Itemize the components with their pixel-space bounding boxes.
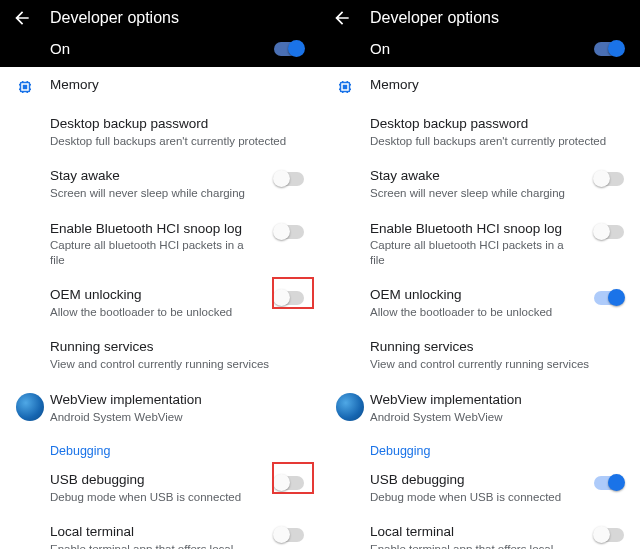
bt-snoop-toggle[interactable] [594, 225, 624, 239]
item-memory[interactable]: Memory [0, 67, 320, 106]
bt-snoop-title: Enable Bluetooth HCI snoop log [50, 221, 260, 238]
running-sub: View and control currently running servi… [370, 357, 624, 371]
master-state-label: On [50, 40, 70, 57]
section-debugging: Debugging [0, 434, 320, 462]
item-stay-awake[interactable]: Stay awake Screen will never sleep while… [0, 158, 320, 210]
bt-snoop-sub: Capture all bluetooth HCI packets in a f… [50, 238, 260, 267]
usb-sub: Debug mode when USB is connected [370, 490, 580, 504]
panel-0: Developer options On Memory Desktop back… [0, 0, 320, 549]
terminal-sub: Enable terminal app that offers local sh… [370, 542, 580, 549]
settings-list: Memory Desktop backup password Desktop f… [320, 67, 640, 549]
memory-title: Memory [370, 77, 624, 94]
svg-rect-1 [23, 85, 28, 90]
oem-sub: Allow the bootloader to be unlocked [370, 305, 580, 319]
oem-sub: Allow the bootloader to be unlocked [50, 305, 260, 319]
stay-awake-toggle[interactable] [594, 172, 624, 186]
oem-toggle[interactable] [594, 291, 624, 305]
running-title: Running services [50, 339, 304, 356]
item-oem-unlocking[interactable]: OEM unlocking Allow the bootloader to be… [0, 277, 320, 329]
stay-awake-title: Stay awake [370, 168, 580, 185]
master-toggle[interactable] [274, 42, 304, 56]
webview-icon [16, 392, 50, 421]
item-running-services[interactable]: Running services View and control curren… [0, 329, 320, 381]
webview-title: WebView implementation [370, 392, 624, 409]
back-icon[interactable] [12, 8, 32, 28]
usb-toggle[interactable] [594, 476, 624, 490]
stay-awake-sub: Screen will never sleep while charging [370, 186, 580, 200]
page-title: Developer options [370, 9, 499, 27]
backup-title: Desktop backup password [50, 116, 304, 133]
memory-icon [336, 77, 370, 96]
stay-awake-toggle[interactable] [274, 172, 304, 186]
master-toggle[interactable] [594, 42, 624, 56]
header: Developer options On [0, 0, 320, 67]
item-usb-debugging[interactable]: USB debugging Debug mode when USB is con… [0, 462, 320, 514]
item-memory[interactable]: Memory [320, 67, 640, 106]
item-backup-password[interactable]: Desktop backup password Desktop full bac… [0, 106, 320, 158]
terminal-title: Local terminal [50, 524, 260, 541]
backup-sub: Desktop full backups aren't currently pr… [50, 134, 304, 148]
usb-title: USB debugging [370, 472, 580, 489]
backup-title: Desktop backup password [370, 116, 624, 133]
backup-sub: Desktop full backups aren't currently pr… [370, 134, 624, 148]
page-title: Developer options [50, 9, 179, 27]
usb-toggle[interactable] [274, 476, 304, 490]
panel-1: Developer options On Memory Desktop back… [320, 0, 640, 549]
settings-list: Memory Desktop backup password Desktop f… [0, 67, 320, 549]
terminal-toggle[interactable] [594, 528, 624, 542]
bt-snoop-title: Enable Bluetooth HCI snoop log [370, 221, 580, 238]
item-bt-snoop[interactable]: Enable Bluetooth HCI snoop log Capture a… [0, 211, 320, 278]
terminal-title: Local terminal [370, 524, 580, 541]
item-oem-unlocking[interactable]: OEM unlocking Allow the bootloader to be… [320, 277, 640, 329]
bt-snoop-toggle[interactable] [274, 225, 304, 239]
item-backup-password[interactable]: Desktop backup password Desktop full bac… [320, 106, 640, 158]
item-stay-awake[interactable]: Stay awake Screen will never sleep while… [320, 158, 640, 210]
webview-title: WebView implementation [50, 392, 304, 409]
oem-toggle[interactable] [274, 291, 304, 305]
oem-title: OEM unlocking [50, 287, 260, 304]
usb-title: USB debugging [50, 472, 260, 489]
svg-rect-11 [343, 85, 348, 90]
usb-sub: Debug mode when USB is connected [50, 490, 260, 504]
terminal-toggle[interactable] [274, 528, 304, 542]
terminal-sub: Enable terminal app that offers local sh… [50, 542, 260, 549]
item-webview[interactable]: WebView implementation Android System We… [320, 382, 640, 434]
master-state-label: On [370, 40, 390, 57]
item-webview[interactable]: WebView implementation Android System We… [0, 382, 320, 434]
item-usb-debugging[interactable]: USB debugging Debug mode when USB is con… [320, 462, 640, 514]
back-icon[interactable] [332, 8, 352, 28]
webview-icon [336, 392, 370, 421]
memory-title: Memory [50, 77, 304, 94]
stay-awake-title: Stay awake [50, 168, 260, 185]
item-running-services[interactable]: Running services View and control curren… [320, 329, 640, 381]
header: Developer options On [320, 0, 640, 67]
section-debugging: Debugging [320, 434, 640, 462]
stay-awake-sub: Screen will never sleep while charging [50, 186, 260, 200]
running-sub: View and control currently running servi… [50, 357, 304, 371]
running-title: Running services [370, 339, 624, 356]
webview-sub: Android System WebView [370, 410, 624, 424]
item-local-terminal[interactable]: Local terminal Enable terminal app that … [0, 514, 320, 549]
bt-snoop-sub: Capture all bluetooth HCI packets in a f… [370, 238, 580, 267]
oem-title: OEM unlocking [370, 287, 580, 304]
memory-icon [16, 77, 50, 96]
webview-sub: Android System WebView [50, 410, 304, 424]
item-local-terminal[interactable]: Local terminal Enable terminal app that … [320, 514, 640, 549]
item-bt-snoop[interactable]: Enable Bluetooth HCI snoop log Capture a… [320, 211, 640, 278]
